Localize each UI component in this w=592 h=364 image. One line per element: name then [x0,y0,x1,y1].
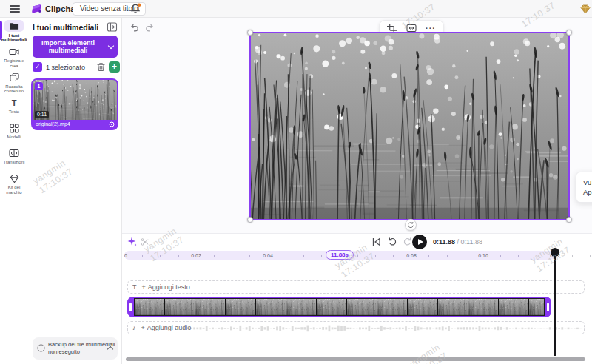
trim-handle-left[interactable] [127,297,134,317]
fast-forward-icon[interactable] [403,237,412,246]
add-media-button[interactable]: + [109,61,120,73]
info-icon [37,344,45,352]
selection-row: ✓ 1 selezionato + [33,61,118,73]
top-bar: Clipchamp Video senza titolo [0,0,592,18]
backup-status-toggle[interactable]: Backup dei file multimedialinon eseguito [33,337,118,360]
video-frame [251,33,568,219]
chevron-down-icon [108,42,114,48]
backup-status-text: Backup dei file multimedialinon eseguito [48,341,115,355]
resize-handle-bl[interactable] [247,217,253,223]
resize-handle-tl[interactable] [247,30,253,36]
redo-icon[interactable] [145,23,155,33]
clip-settings-icon[interactable] [109,121,115,127]
import-media-button[interactable]: Importa elementi multimediali [33,36,118,58]
clipchamp-logo-icon [31,4,42,14]
add-audio-track[interactable]: ♪ + Aggiungi audio [127,321,585,334]
timeline-scrollbar[interactable] [126,357,585,361]
templates-grid-icon [4,123,24,134]
split-scissors-icon[interactable] [141,237,149,246]
sidebar-item-content-library[interactable]: Raccolta contenuto [0,72,28,94]
time-display: 0:11.88 / 0:11.88 [433,234,482,250]
clip-duration-chip: 0:11 [35,111,49,118]
brand-kit-icon [4,173,24,184]
clip-order-badge: 1 [35,82,43,90]
audio-waveform [187,323,582,334]
undo-icon[interactable] [130,23,139,33]
trim-handle-right[interactable] [545,297,551,317]
preview-stage: ··· [122,18,592,233]
sidebar-item-record-create[interactable]: Registra e crea [0,47,28,69]
add-text-track[interactable]: T + Aggiungi testo [127,280,585,294]
timeline: 0:11.88 / 0:11.88 0 0:02 0:04 0:08 0:10 … [122,233,592,364]
clip-filename-bar: original(2).mp4 [33,120,117,129]
resize-handle-br[interactable] [566,217,572,223]
text-tool-icon: T [4,98,24,109]
selected-count: 1 selezionato [46,64,85,71]
timeline-ruler[interactable]: 0 0:02 0:04 0:08 0:10 0:12 11.88s [122,249,592,261]
sidebar-item-transitions[interactable]: Transizioni [0,148,28,169]
clipchamp-app: Clipchamp Video senza titolo I tuoi mult… [0,0,592,364]
camera-icon [4,47,24,58]
tool-rail: I tuoi multimediali Registra e crea Racc… [0,18,28,364]
notifications-bell-icon[interactable] [130,3,141,15]
video-preview[interactable] [249,32,570,220]
import-options-chevron[interactable] [104,36,118,58]
premium-diamond-icon[interactable] [580,4,591,14]
rotate-handle-icon[interactable] [405,219,417,231]
active-tab-indicator [0,21,2,40]
timeline-video-clip[interactable] [127,297,551,317]
panel-title: I tuoi multimediali [33,23,98,32]
collapse-panel-icon[interactable] [107,21,118,33]
media-panel: I tuoi multimediali Importa elementi mul… [28,18,122,364]
delete-icon[interactable] [96,62,106,72]
sidebar-item-text[interactable]: T Testo [0,98,28,119]
clip-duration-pill: 11.88s [326,250,354,260]
playhead-line [554,252,556,356]
resize-handle-tr[interactable] [566,30,572,36]
transitions-icon [4,148,24,159]
music-note-icon: ♪ [132,324,136,331]
menu-icon[interactable] [10,5,20,13]
skip-to-start-icon[interactable] [372,237,380,246]
media-item-card[interactable]: 1 0:11 original(2).mp4 [31,78,118,130]
rewind-icon[interactable] [388,237,397,246]
sidebar-item-templates[interactable]: Modelli [0,123,28,144]
text-tool-icon: T [132,283,137,291]
media-folder-icon [4,20,24,32]
playhead-handle[interactable] [551,248,559,257]
collection-icon [4,72,24,83]
clip-filmstrip [135,299,544,315]
select-all-checkbox[interactable]: ✓ [33,62,42,72]
sidebar-item-brand-kit[interactable]: Kit del marchio [0,173,28,195]
play-button[interactable] [412,235,427,249]
magic-tools-icon[interactable] [127,237,137,246]
side-tooltip: Vu Ap [576,172,592,203]
sidebar-item-your-media[interactable]: I tuoi multimediali [0,20,28,43]
more-options-icon[interactable]: ··· [426,24,436,32]
